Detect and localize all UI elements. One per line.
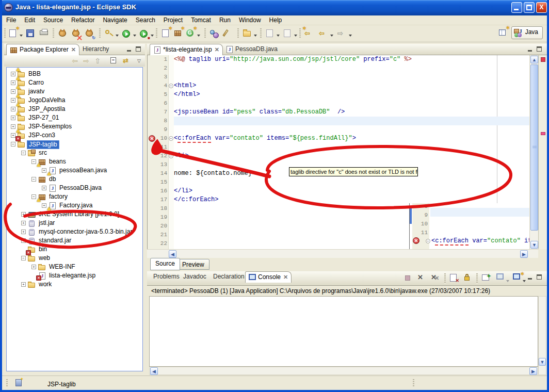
tree-item-jsp-taglib[interactable]: −JSP-taglib [7,140,142,149]
expand-toggle[interactable]: + [21,212,26,217]
editor-minimize-button[interactable] [527,46,534,52]
collapse-toggle[interactable]: − [31,159,36,164]
console-horizontal-scrollbar[interactable]: ◀ ▶ [149,367,538,375]
expand-toggle[interactable]: + [42,168,46,173]
menu-navigate[interactable]: Navigate [99,15,131,25]
console-scroll-left-arrow[interactable]: ◀ [150,367,158,375]
print-button[interactable] [38,27,50,40]
expand-toggle[interactable]: + [11,107,15,111]
new-java-project-button[interactable]: ✶ [160,27,171,40]
console-tab-declaration[interactable]: Declaration [210,271,248,283]
scroll-lock-icon[interactable] [462,273,473,283]
tree-item-jsp-con3[interactable]: +JSP-con3 [7,131,142,140]
tree-item-jsp-27-01[interactable]: +JSP-27_01 [7,113,142,122]
new-package-button[interactable]: ✶ [172,27,184,40]
scroll-right-arrow[interactable]: ▶ [520,250,528,258]
editor-tab-pessoadb-java[interactable]: PessoaDB.java [222,44,281,55]
tomcat-stop-button[interactable]: ❌ [70,27,82,40]
last-edit-location-button[interactable]: ⇦✶ [303,27,315,40]
menu-window[interactable]: Window [235,15,265,25]
tree-item-carro[interactable]: +Carro [7,78,142,87]
back-history-icon[interactable]: ⇦ [72,57,78,65]
tree-item-src[interactable]: −src [7,149,142,157]
console-minimize-button[interactable] [527,274,534,280]
expand-toggle[interactable]: + [42,186,46,190]
tree-item-jre-system-library-jre1-6-0[interactable]: +JRE System Library [jre1.6.0] [7,210,142,219]
tree-item-jsp-apostila[interactable]: +JSP_Apostila [7,105,142,113]
expand-toggle[interactable]: + [21,221,26,225]
forward-button[interactable]: ⇨ [336,27,348,40]
console-output[interactable] [149,296,538,367]
scroll-down-arrow[interactable]: ▼ [530,241,538,249]
collapse-toggle[interactable]: − [21,256,26,260]
view-menu-icon[interactable]: ▽ [137,58,141,63]
run-last-button[interactable]: ■ [138,27,150,40]
up-icon[interactable]: ⇧ [94,57,101,65]
collapse-toggle[interactable]: − [11,142,15,146]
debug-button[interactable] [103,27,115,40]
expand-toggle[interactable]: + [11,98,15,103]
maximize-button[interactable] [524,2,535,13]
editor-tab-lista-elegante-jsp[interactable]: *lista-elegante.jsp✕ [150,44,223,55]
console-scroll-right-arrow[interactable]: ▶ [529,367,537,375]
error-marker-icon[interactable]: ✕ [149,135,155,142]
explorer-tab-package-explorer[interactable]: Package Explorer✕ [6,44,79,55]
tree-item-jogodavelha[interactable]: +JogoDaVelha [7,96,142,105]
menu-source[interactable]: Source [39,15,67,25]
view-maximize-button[interactable] [135,46,142,52]
expand-toggle[interactable]: + [21,282,26,287]
tree-item-web[interactable]: −web [7,254,142,263]
menu-project[interactable]: Project [159,15,187,25]
close-button[interactable]: X [536,2,547,13]
menu-run[interactable]: Run [215,15,235,25]
open-perspective-button[interactable]: ✶ [497,27,509,39]
scroll-left-arrow[interactable]: ◀ [169,250,176,258]
tree-item-factory[interactable]: −factory [7,192,142,201]
open-console-icon[interactable]: ✶ [513,273,523,283]
collapse-toggle[interactable]: − [31,194,36,199]
next-annotation-button[interactable] [264,27,276,40]
tree-item-beans[interactable]: −beans [7,157,142,166]
console-tab-javadoc[interactable]: Javadoc [180,271,209,283]
display-selected-console-icon[interactable] [496,273,507,283]
collapse-toggle[interactable]: − [21,151,26,155]
fold-collapse-icon[interactable]: − [169,154,173,158]
editor-area[interactable]: 12345678910111213141516171819202122 <%@ … [147,55,547,249]
tree-item-mysql-connector-java-5-0-3-bin-jar[interactable]: +mysql-connector-java-5.0.3-bin.jar [7,227,142,236]
remove-launch-icon[interactable]: ✕ [416,273,426,283]
expand-toggle[interactable]: + [31,265,36,269]
tree-item-standard-jar[interactable]: +standard.jar [7,236,142,245]
expand-toggle[interactable]: + [21,238,26,243]
overview-error-header-marker[interactable] [541,57,545,62]
menu-file[interactable]: File [2,15,20,25]
console-vertical-scrollbar[interactable]: ▼ [538,296,546,375]
menu-refactor[interactable]: Refactor [67,15,99,25]
expand-toggle[interactable]: + [11,124,15,129]
console-scroll-down-arrow[interactable]: ▼ [539,358,546,366]
tree-item-jsp-5exemplos[interactable]: +JSP-5exemplos [7,122,142,131]
expand-toggle[interactable]: + [42,203,46,208]
run-button[interactable] [121,27,132,40]
back-button[interactable]: ⇦ [318,27,329,40]
editor-horizontal-scrollbar[interactable]: ◀ ▶ [147,249,538,258]
editor-maximize-button[interactable] [536,46,543,52]
fold-collapse-icon[interactable]: − [169,84,173,88]
new-class-button[interactable]: G✶ [185,27,196,40]
expand-toggle[interactable]: + [21,230,26,234]
terminate-icon[interactable] [402,273,413,283]
open-resource-button[interactable] [241,27,253,40]
tree-item-jstl-jar[interactable]: +jstl.jar [7,219,142,227]
close-tab-icon[interactable]: ✕ [283,274,288,281]
minimize-button[interactable] [511,2,522,13]
overview-error-line-marker[interactable] [541,132,545,135]
search-button[interactable] [222,27,233,40]
close-tab-icon[interactable]: ✕ [71,46,76,53]
tab-preview[interactable]: Preview [177,259,209,270]
scroll-up-arrow[interactable]: ▲ [530,56,538,63]
link-with-editor-icon[interactable]: ⇄ [123,57,128,64]
explorer-tab-hierarchy[interactable]: Hierarchy [79,44,112,55]
tree-item-web-inf[interactable]: +WEB-INF [7,263,142,271]
pin-console-icon[interactable]: ✦ [481,273,491,283]
tree-item-work[interactable]: +work [7,280,142,289]
tree-item-pessoabean-java[interactable]: +pessoaBean.java [7,166,142,175]
